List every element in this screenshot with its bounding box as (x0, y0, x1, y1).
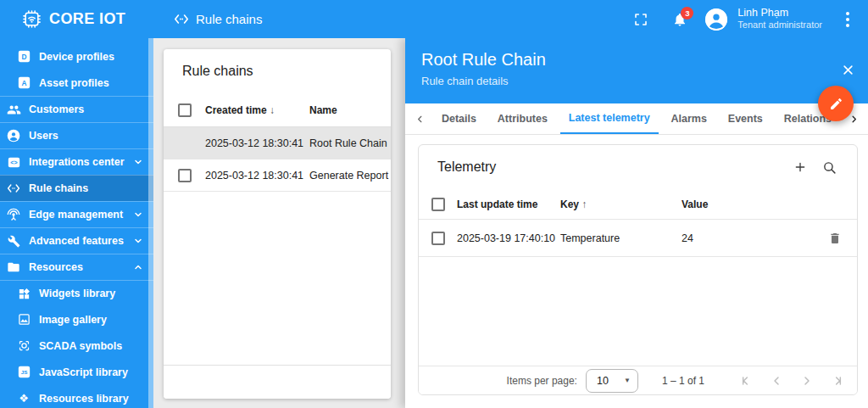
integrations-icon: <> (6, 154, 21, 170)
tab-alarms[interactable]: Alarms (663, 103, 715, 134)
column-key: Key (560, 198, 579, 210)
drawer-subtitle: Rule chain details (421, 75, 868, 87)
telemetry-title: Telemetry (437, 159, 786, 175)
sidebar-item-resources[interactable]: Resources (0, 254, 153, 280)
sidebar-item-image-gallery[interactable]: Image gallery (0, 306, 153, 333)
widgets-icon (16, 286, 31, 301)
last-page-icon[interactable] (826, 370, 849, 392)
user-name: Linh Phạm (737, 7, 822, 20)
sidebar-item-resources-library[interactable]: ❖ Resources library (0, 385, 153, 408)
details-drawer: Root Rule Chain Rule chain details Detai… (405, 38, 868, 408)
fullscreen-icon (634, 13, 648, 26)
tab-events[interactable]: Events (720, 103, 771, 134)
app-logo: CORE IOT (0, 8, 153, 30)
sidebar: D Device profiles A Asset profiles Custo… (0, 38, 153, 408)
drawer-tabbar: Details Attributes Latest telemetry Alar… (405, 103, 868, 135)
device-profile-icon: D (16, 49, 31, 64)
asset-profile-icon: A (16, 75, 31, 91)
tab-attributes[interactable]: Attributes (489, 103, 556, 134)
sidebar-item-advanced-features[interactable]: Advanced features (0, 227, 153, 254)
folder-icon (6, 260, 21, 275)
avatar[interactable] (705, 8, 727, 31)
chevron-down-icon (133, 210, 143, 220)
sidebar-item-scada-symbols[interactable]: SCADA symbols (0, 333, 153, 359)
next-page-icon[interactable] (796, 370, 818, 392)
telemetry-row-temperature[interactable]: 2025-03-19 17:40:10 Temperature 24 (419, 220, 857, 257)
notification-badge: 3 (681, 7, 693, 20)
fullscreen-button[interactable] (627, 6, 654, 33)
sidebar-item-javascript-library[interactable]: JS JavaScript library (0, 359, 153, 385)
select-caret-icon: ▼ (624, 377, 631, 384)
telemetry-table-header: Last update time Key ↑ Value (419, 189, 857, 220)
row-checkbox[interactable] (431, 232, 445, 245)
page-title: Rule chains (196, 12, 262, 26)
chip-wifi-logo-icon (21, 8, 42, 30)
sidebar-item-rule-chains[interactable]: Rule chains (0, 175, 153, 201)
edit-fab[interactable] (818, 86, 854, 121)
sidebar-item-asset-profiles[interactable]: A Asset profiles (0, 70, 153, 96)
tools-icon (6, 233, 21, 249)
row-checkbox[interactable] (178, 169, 192, 182)
svg-text:D: D (21, 53, 26, 61)
svg-text:<>: <> (10, 159, 17, 166)
select-all-checkbox[interactable] (431, 198, 445, 211)
chevron-down-icon (133, 236, 143, 246)
search-icon[interactable] (815, 153, 843, 182)
drawer-header: Root Rule Chain Rule chain details (405, 38, 868, 103)
diamonds-icon: ❖ (16, 391, 31, 406)
column-last-update-time[interactable]: Last update time (457, 198, 560, 210)
svg-text:JS: JS (20, 369, 27, 375)
rule-chains-icon (174, 14, 189, 25)
drawer-title: Root Rule Chain (421, 50, 868, 70)
items-per-page-label: Items per page: (507, 375, 577, 387)
add-telemetry-button[interactable] (786, 153, 815, 182)
breadcrumb: Rule chains (174, 12, 262, 26)
customers-icon (6, 102, 21, 117)
sidebar-item-edge-management[interactable]: Edge management (0, 201, 153, 227)
kebab-menu-icon[interactable] (839, 12, 856, 27)
tab-latest-telemetry[interactable]: Latest telemetry (560, 103, 659, 134)
user-info[interactable]: Linh Phạm Tenant administrator (737, 7, 822, 31)
column-value[interactable]: Value (682, 198, 857, 210)
chevron-down-icon (133, 157, 143, 167)
image-icon (16, 312, 31, 327)
logo-text: CORE IOT (49, 10, 125, 28)
chevron-up-icon (133, 262, 143, 272)
sidebar-item-users[interactable]: Users (0, 122, 153, 148)
table-row-generate-report[interactable]: 2025-03-12 18:30:41 Generate Report (164, 159, 391, 192)
telemetry-pagination: Items per page: 10 ▼ 1 – 1 of 1 (419, 366, 857, 394)
sidebar-item-widgets-library[interactable]: Widgets library (0, 280, 153, 306)
sidebar-item-integrations-center[interactable]: <> Integrations center (0, 148, 153, 175)
telemetry-card: Telemetry Last update time Key ↑ Value 2… (418, 144, 858, 395)
sort-desc-icon[interactable]: ↓ (270, 104, 275, 116)
sidebar-scrollbar[interactable] (148, 38, 153, 408)
scada-icon (16, 338, 31, 354)
user-role: Tenant administrator (737, 20, 822, 31)
select-all-checkbox[interactable] (178, 103, 192, 117)
rule-chains-icon (6, 181, 21, 196)
svg-text:A: A (21, 79, 26, 87)
close-icon[interactable] (842, 64, 854, 76)
items-per-page-select[interactable]: 10 ▼ (586, 369, 638, 393)
column-created-time: Created time (205, 104, 267, 116)
tabs-scroll-left-icon[interactable] (410, 103, 429, 134)
users-icon (6, 128, 21, 143)
sidebar-item-customers[interactable]: Customers (0, 96, 153, 122)
js-icon: JS (16, 365, 31, 380)
delete-icon[interactable] (818, 232, 852, 245)
sort-asc-icon[interactable]: ↑ (581, 198, 587, 210)
rule-chains-title: Rule chains (164, 49, 391, 93)
tab-details[interactable]: Details (433, 103, 485, 134)
sidebar-item-device-profiles[interactable]: D Device profiles (0, 43, 153, 70)
app-header: CORE IOT Rule chains 3 (0, 0, 868, 38)
prev-page-icon[interactable] (765, 370, 787, 392)
table-row-root-rule-chain[interactable]: 2025-03-12 18:30:41 Root Rule Chain (164, 127, 391, 159)
rule-chains-table-footer (164, 365, 391, 399)
column-name[interactable]: Name (309, 104, 391, 116)
notifications-button[interactable]: 3 (666, 6, 693, 33)
first-page-icon[interactable] (735, 370, 757, 392)
pagination-range: 1 – 1 of 1 (662, 375, 704, 387)
pencil-icon (829, 97, 843, 111)
rule-chains-panel: Rule chains Created time ↓ Name 2025-03-… (164, 49, 391, 399)
rule-chains-table-header: Created time ↓ Name (164, 93, 391, 127)
